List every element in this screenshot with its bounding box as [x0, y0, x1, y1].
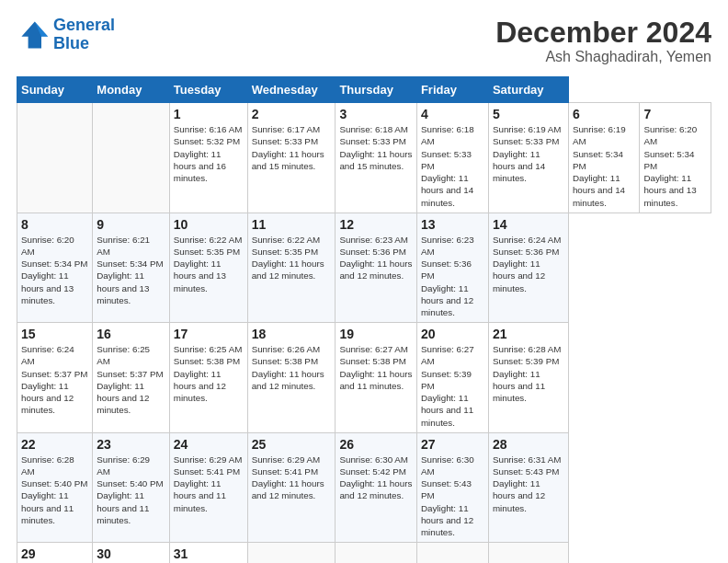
calendar-cell: 31 Sunrise: 6:32 AMSunset: 5:45 PMDaylig…: [169, 543, 247, 563]
day-number: 25: [252, 437, 332, 452]
logo: General Blue: [17, 17, 115, 53]
calendar-cell: 25 Sunrise: 6:29 AMSunset: 5:41 PMDaylig…: [247, 432, 336, 543]
calendar-cell: 5 Sunrise: 6:19 AMSunset: 5:33 PMDayligh…: [488, 103, 568, 213]
day-number: 8: [21, 217, 88, 232]
day-info: Sunrise: 6:28 AMSunset: 5:39 PMDaylight:…: [493, 343, 564, 404]
day-info: Sunrise: 6:17 AMSunset: 5:33 PMDaylight:…: [252, 123, 332, 172]
calendar-week-4: 22 Sunrise: 6:28 AMSunset: 5:40 PMDaylig…: [17, 432, 711, 543]
calendar-week-1: 1 Sunrise: 6:16 AMSunset: 5:32 PMDayligh…: [17, 103, 711, 213]
day-number: 31: [174, 546, 244, 561]
calendar-week-2: 8 Sunrise: 6:20 AMSunset: 5:34 PMDayligh…: [17, 213, 711, 323]
header-cell-tuesday: Tuesday: [169, 77, 247, 103]
day-info: Sunrise: 6:19 AMSunset: 5:33 PMDaylight:…: [493, 123, 564, 184]
calendar-cell: 20 Sunrise: 6:27 AMSunset: 5:39 PMDaylig…: [416, 323, 488, 433]
day-number: 17: [174, 327, 244, 341]
calendar-header: SundayMondayTuesdayWednesdayThursdayFrid…: [17, 77, 711, 103]
day-info: Sunrise: 6:24 AMSunset: 5:37 PMDaylight:…: [21, 343, 88, 416]
logo-icon: [17, 18, 50, 52]
day-info: Sunrise: 6:27 AMSunset: 5:39 PMDaylight:…: [421, 343, 484, 429]
day-info: Sunrise: 6:30 AMSunset: 5:42 PMDaylight:…: [339, 454, 413, 502]
header-cell-saturday: Saturday: [488, 77, 568, 103]
header: General Blue December 2024 Ash Shaghadir…: [17, 17, 711, 65]
logo-general: General: [53, 16, 115, 34]
day-info: Sunrise: 6:16 AMSunset: 5:32 PMDaylight:…: [174, 123, 244, 184]
calendar-cell: [247, 543, 336, 563]
calendar-cell: 11 Sunrise: 6:22 AMSunset: 5:35 PMDaylig…: [247, 213, 336, 323]
day-number: 3: [339, 107, 413, 121]
title-block: December 2024 Ash Shaghadirah, Yemen: [495, 17, 711, 65]
day-number: 16: [97, 327, 165, 341]
calendar-cell: [336, 543, 417, 563]
header-cell-friday: Friday: [416, 77, 488, 103]
calendar-cell: 24 Sunrise: 6:29 AMSunset: 5:41 PMDaylig…: [169, 432, 247, 543]
day-info: Sunrise: 6:22 AMSunset: 5:35 PMDaylight:…: [174, 234, 244, 294]
day-info: Sunrise: 6:29 AMSunset: 5:41 PMDaylight:…: [252, 454, 332, 502]
calendar-cell: 28 Sunrise: 6:31 AMSunset: 5:43 PMDaylig…: [488, 432, 568, 543]
day-info: Sunrise: 6:21 AMSunset: 5:34 PMDaylight:…: [97, 234, 165, 306]
day-info: Sunrise: 6:20 AMSunset: 5:34 PMDaylight:…: [643, 123, 707, 209]
calendar-cell: 10 Sunrise: 6:22 AMSunset: 5:35 PMDaylig…: [169, 213, 247, 323]
calendar-cell: 21 Sunrise: 6:28 AMSunset: 5:39 PMDaylig…: [488, 323, 568, 433]
day-number: 10: [174, 217, 244, 232]
day-info: Sunrise: 6:26 AMSunset: 5:38 PMDaylight:…: [252, 343, 332, 392]
calendar-cell: 23 Sunrise: 6:29 AMSunset: 5:40 PMDaylig…: [93, 432, 169, 543]
day-number: 5: [493, 107, 564, 121]
calendar-cell: [17, 103, 93, 213]
day-number: 11: [252, 217, 332, 232]
calendar-cell: 13 Sunrise: 6:23 AMSunset: 5:36 PMDaylig…: [416, 213, 488, 323]
calendar-cell: 29 Sunrise: 6:31 AMSunset: 5:44 PMDaylig…: [17, 543, 93, 563]
calendar-cell: 7 Sunrise: 6:20 AMSunset: 5:34 PMDayligh…: [640, 103, 711, 213]
header-row: SundayMondayTuesdayWednesdayThursdayFrid…: [17, 77, 711, 103]
calendar-cell: [416, 543, 488, 563]
day-number: 19: [339, 327, 413, 341]
calendar-cell: 14 Sunrise: 6:24 AMSunset: 5:36 PMDaylig…: [488, 213, 568, 323]
day-number: 7: [643, 107, 707, 121]
day-number: 23: [97, 437, 165, 452]
calendar-cell: 1 Sunrise: 6:16 AMSunset: 5:32 PMDayligh…: [169, 103, 247, 213]
calendar-cell: 26 Sunrise: 6:30 AMSunset: 5:42 PMDaylig…: [336, 432, 417, 543]
calendar-cell: 4 Sunrise: 6:18 AMSunset: 5:33 PMDayligh…: [416, 103, 488, 213]
calendar-cell: 6 Sunrise: 6:19 AMSunset: 5:34 PMDayligh…: [568, 103, 640, 213]
calendar-week-3: 15 Sunrise: 6:24 AMSunset: 5:37 PMDaylig…: [17, 323, 711, 433]
day-number: 4: [421, 107, 484, 121]
day-info: Sunrise: 6:23 AMSunset: 5:36 PMDaylight:…: [339, 234, 413, 282]
calendar-cell: 18 Sunrise: 6:26 AMSunset: 5:38 PMDaylig…: [247, 323, 336, 433]
day-number: 21: [493, 327, 564, 341]
day-info: Sunrise: 6:27 AMSunset: 5:38 PMDaylight:…: [339, 343, 413, 392]
day-info: Sunrise: 6:24 AMSunset: 5:36 PMDaylight:…: [493, 234, 564, 294]
day-number: 20: [421, 327, 484, 341]
day-info: Sunrise: 6:25 AMSunset: 5:37 PMDaylight:…: [97, 343, 165, 416]
header-cell-thursday: Thursday: [336, 77, 417, 103]
day-number: 13: [421, 217, 484, 232]
day-number: 9: [97, 217, 165, 232]
day-info: Sunrise: 6:29 AMSunset: 5:41 PMDaylight:…: [174, 454, 244, 514]
calendar-cell: 2 Sunrise: 6:17 AMSunset: 5:33 PMDayligh…: [247, 103, 336, 213]
day-number: 18: [252, 327, 332, 341]
calendar-table: SundayMondayTuesdayWednesdayThursdayFrid…: [17, 76, 711, 563]
calendar-cell: [93, 103, 169, 213]
day-number: 1: [174, 107, 244, 121]
header-cell-monday: Monday: [93, 77, 169, 103]
day-info: Sunrise: 6:20 AMSunset: 5:34 PMDaylight:…: [21, 234, 88, 306]
day-info: Sunrise: 6:29 AMSunset: 5:40 PMDaylight:…: [97, 454, 165, 526]
calendar-week-5: 29 Sunrise: 6:31 AMSunset: 5:44 PMDaylig…: [17, 543, 711, 563]
page: General Blue December 2024 Ash Shaghadir…: [0, 0, 728, 563]
calendar-cell: 16 Sunrise: 6:25 AMSunset: 5:37 PMDaylig…: [93, 323, 169, 433]
day-number: 12: [339, 217, 413, 232]
logo-text: General Blue: [53, 17, 115, 53]
logo-blue: Blue: [53, 34, 89, 52]
day-number: 14: [493, 217, 564, 232]
calendar-cell: [488, 543, 568, 563]
day-number: 6: [573, 107, 636, 121]
day-info: Sunrise: 6:28 AMSunset: 5:40 PMDaylight:…: [21, 454, 88, 526]
subtitle: Ash Shaghadirah, Yemen: [495, 49, 711, 65]
day-number: 30: [97, 546, 165, 561]
calendar-cell: 8 Sunrise: 6:20 AMSunset: 5:34 PMDayligh…: [17, 213, 93, 323]
main-title: December 2024: [495, 17, 711, 49]
day-info: Sunrise: 6:23 AMSunset: 5:36 PMDaylight:…: [421, 234, 484, 319]
day-number: 2: [252, 107, 332, 121]
day-info: Sunrise: 6:19 AMSunset: 5:34 PMDaylight:…: [573, 123, 636, 209]
day-number: 15: [21, 327, 88, 341]
header-cell-wednesday: Wednesday: [247, 77, 336, 103]
calendar-cell: 17 Sunrise: 6:25 AMSunset: 5:38 PMDaylig…: [169, 323, 247, 433]
